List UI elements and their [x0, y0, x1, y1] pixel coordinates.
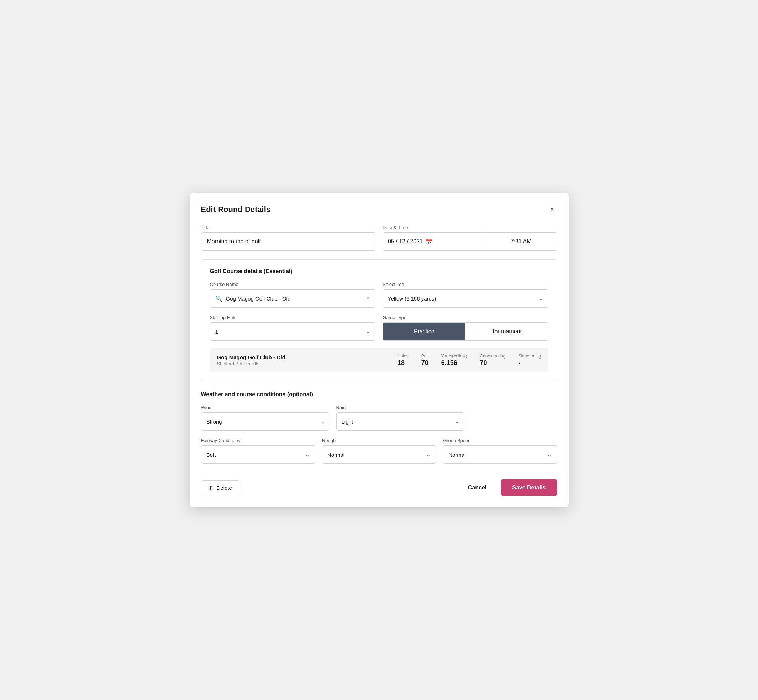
- wind-value: Strong: [207, 419, 222, 425]
- starting-hole-label: Starting Hole: [210, 315, 376, 320]
- date-input[interactable]: 05 / 12 / 2021 📅: [382, 232, 485, 251]
- yards-value: 6,156: [441, 359, 467, 367]
- course-name-col: Course Name 🔍 Gog Magog Golf Club - Old …: [210, 282, 376, 308]
- stat-course-rating: Course rating 70: [480, 353, 505, 367]
- rain-label: Rain: [336, 405, 464, 410]
- title-field-group: Title: [201, 225, 376, 251]
- slope-rating-label: Slope rating: [518, 353, 541, 359]
- green-speed-dropdown[interactable]: Normal ⌄: [443, 445, 557, 464]
- stat-par: Par 70: [421, 353, 429, 367]
- course-tee-row: Course Name 🔍 Gog Magog Golf Club - Old …: [210, 282, 548, 308]
- starting-hole-col: Starting Hole 1 ⌄: [210, 315, 376, 341]
- modal-header: Edit Round Details ×: [201, 204, 557, 215]
- select-tee-col: Select Tee Yellow (6,156 yards) ⌄: [382, 282, 548, 308]
- yards-label: Yards(Yellow): [441, 353, 467, 359]
- course-rating-value: 70: [480, 359, 505, 367]
- stat-slope-rating: Slope rating -: [518, 353, 541, 367]
- stat-holes: Holes 18: [398, 353, 409, 367]
- golf-course-title: Golf Course details (Essential): [210, 268, 548, 275]
- chevron-down-icon: ⌄: [539, 295, 543, 301]
- time-value: 7:31 AM: [511, 238, 532, 245]
- fairway-rough-green-row: Fairway Conditions Soft ⌄ Rough Normal ⌄…: [201, 438, 557, 464]
- rain-dropdown[interactable]: Light ⌄: [336, 412, 464, 431]
- chevron-down-icon-green-speed: ⌄: [547, 452, 551, 458]
- select-tee-dropdown[interactable]: Yellow (6,156 yards) ⌄: [382, 289, 548, 308]
- chevron-down-icon-rough: ⌄: [426, 452, 431, 458]
- datetime-inputs: 05 / 12 / 2021 📅 7:31 AM: [382, 232, 557, 251]
- course-info-bar: Gog Magog Golf Club - Old, Shelford Bott…: [210, 348, 548, 372]
- wind-rain-row: Wind Strong ⌄ Rain Light ⌄: [201, 405, 464, 431]
- course-name-label: Course Name: [210, 282, 376, 287]
- rain-value: Light: [341, 419, 353, 425]
- golf-course-section: Golf Course details (Essential) Course N…: [201, 259, 557, 381]
- chevron-down-icon-wind: ⌄: [319, 419, 324, 424]
- course-info-left: Gog Magog Golf Club - Old, Shelford Bott…: [217, 354, 398, 366]
- par-label: Par: [421, 353, 429, 359]
- trash-icon: 🗑: [208, 485, 214, 491]
- holes-value: 18: [398, 359, 409, 367]
- modal-title: Edit Round Details: [201, 205, 271, 214]
- course-rating-label: Course rating: [480, 353, 505, 359]
- game-type-col: Game Type Practice Tournament: [382, 315, 548, 341]
- footer-bar: 🗑 Delete Cancel Save Details: [201, 474, 557, 496]
- search-icon: 🔍: [215, 295, 222, 302]
- clear-course-icon[interactable]: ✕: [366, 295, 370, 301]
- conditions-section: Weather and course conditions (optional)…: [201, 391, 557, 464]
- green-speed-label: Green Speed: [443, 438, 557, 443]
- select-tee-label: Select Tee: [382, 282, 548, 287]
- rain-col: Rain Light ⌄: [336, 405, 464, 431]
- wind-col: Wind Strong ⌄: [201, 405, 329, 431]
- rough-value: Normal: [327, 452, 345, 458]
- cancel-button[interactable]: Cancel: [461, 480, 493, 495]
- par-value: 70: [421, 359, 429, 367]
- rough-label: Rough: [322, 438, 436, 443]
- title-label: Title: [201, 225, 376, 230]
- calendar-icon: 📅: [426, 238, 433, 245]
- date-value: 05 / 12 / 2021: [388, 238, 423, 245]
- datetime-label: Date & Time: [382, 225, 557, 230]
- course-name-search[interactable]: 🔍 Gog Magog Golf Club - Old ✕: [210, 289, 376, 308]
- course-info-name: Gog Magog Golf Club - Old,: [217, 354, 398, 360]
- starting-hole-dropdown[interactable]: 1 ⌄: [210, 322, 376, 341]
- slope-rating-value: -: [518, 359, 541, 367]
- wind-label: Wind: [201, 405, 329, 410]
- save-button[interactable]: Save Details: [501, 480, 557, 496]
- green-speed-col: Green Speed Normal ⌄: [443, 438, 557, 464]
- holes-label: Holes: [398, 353, 409, 359]
- edit-round-modal: Edit Round Details × Title Date & Time 0…: [190, 193, 568, 507]
- practice-toggle-button[interactable]: Practice: [383, 323, 465, 341]
- footer-right: Cancel Save Details: [461, 480, 557, 496]
- conditions-title: Weather and course conditions (optional): [201, 391, 557, 398]
- rough-dropdown[interactable]: Normal ⌄: [322, 445, 436, 464]
- green-speed-value: Normal: [448, 452, 465, 458]
- close-button[interactable]: ×: [547, 204, 557, 215]
- course-name-value: Gog Magog Golf Club - Old: [226, 295, 363, 302]
- course-stats: Holes 18 Par 70 Yards(Yellow) 6,156 Cour…: [398, 353, 541, 367]
- time-input[interactable]: 7:31 AM: [485, 232, 557, 251]
- wind-dropdown[interactable]: Strong ⌄: [201, 412, 329, 431]
- tournament-toggle-button[interactable]: Tournament: [465, 323, 548, 341]
- title-input[interactable]: [201, 232, 376, 251]
- fairway-dropdown[interactable]: Soft ⌄: [201, 445, 315, 464]
- chevron-down-icon-hole: ⌄: [366, 329, 370, 334]
- rough-col: Rough Normal ⌄: [322, 438, 436, 464]
- game-type-toggle: Practice Tournament: [382, 322, 548, 341]
- fairway-label: Fairway Conditions: [201, 438, 315, 443]
- stat-yards: Yards(Yellow) 6,156: [441, 353, 467, 367]
- hole-gametype-row: Starting Hole 1 ⌄ Game Type Practice Tou…: [210, 315, 548, 341]
- chevron-down-icon-fairway: ⌄: [305, 452, 310, 458]
- delete-button[interactable]: 🗑 Delete: [201, 480, 240, 495]
- datetime-field-group: Date & Time 05 / 12 / 2021 📅 7:31 AM: [382, 225, 557, 251]
- fairway-col: Fairway Conditions Soft ⌄: [201, 438, 315, 464]
- select-tee-value: Yellow (6,156 yards): [388, 295, 436, 302]
- starting-hole-value: 1: [215, 329, 218, 335]
- fairway-value: Soft: [207, 452, 216, 458]
- course-info-location: Shelford Bottom, UK: [217, 361, 398, 366]
- chevron-down-icon-rain: ⌄: [455, 419, 459, 424]
- top-fields-row: Title Date & Time 05 / 12 / 2021 📅 7:31 …: [201, 225, 557, 251]
- game-type-label: Game Type: [382, 315, 548, 320]
- delete-label: Delete: [217, 485, 232, 491]
